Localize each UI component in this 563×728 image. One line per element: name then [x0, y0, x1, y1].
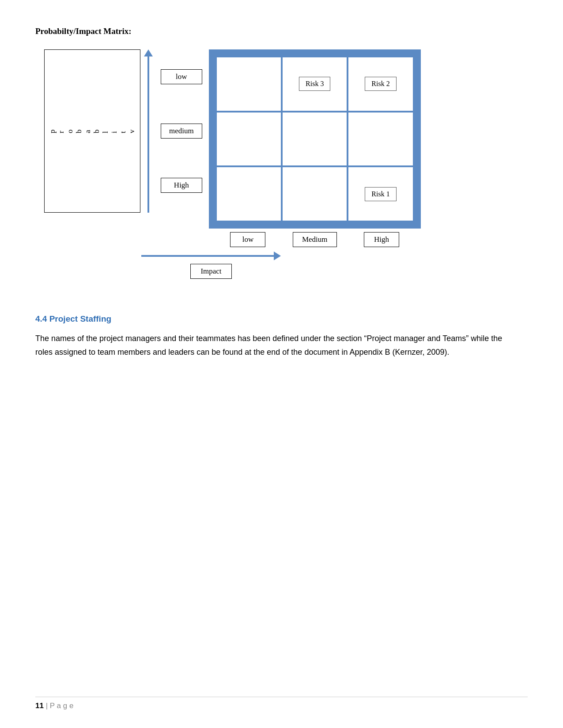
arrow-right-icon	[274, 251, 281, 260]
section-4-4-body: The names of the project managers and th…	[35, 332, 521, 359]
risk2-box: Risk 2	[365, 77, 396, 91]
probability-label: probablitv	[44, 49, 140, 213]
cell-r2c3	[348, 113, 412, 166]
cell-r1c1	[217, 57, 281, 111]
cell-r3c1	[217, 167, 281, 221]
cell-r3c2	[283, 167, 347, 221]
arrow-horizontal-line	[141, 255, 274, 257]
row-label-high: High	[161, 178, 202, 193]
impact-row: Impact	[141, 251, 281, 279]
risk3-box: Risk 3	[299, 77, 330, 91]
col-labels-row: low Medium High	[209, 232, 421, 247]
section-4-4-heading: 4.4 Project Staffing	[35, 314, 528, 324]
prob-axis: probablitv	[44, 49, 156, 213]
arrow-vertical-line	[147, 56, 149, 213]
impact-label: Impact	[190, 264, 231, 279]
matrix-container: probablitv low medium High Risk 3	[44, 49, 528, 279]
row-labels: low medium High	[161, 49, 202, 213]
impact-arrow-container	[141, 251, 281, 260]
matrix-grid-wrapper: Risk 3 Risk 2 Risk 1	[209, 49, 421, 247]
col-label-low: low	[230, 232, 265, 247]
risk1-box: Risk 1	[365, 187, 396, 201]
page-text: | P a g e	[46, 702, 74, 710]
cell-r1c3: Risk 2	[348, 57, 412, 111]
row-label-low: low	[161, 69, 202, 84]
matrix-main-row: probablitv low medium High Risk 3	[44, 49, 421, 247]
arrow-up-icon	[144, 49, 153, 56]
cell-r1c2: Risk 3	[283, 57, 347, 111]
prob-arrow	[144, 49, 153, 213]
cell-r2c2	[283, 113, 347, 166]
row-label-medium: medium	[161, 124, 202, 139]
blue-matrix: Risk 3 Risk 2 Risk 1	[209, 49, 421, 229]
col-label-medium: Medium	[293, 232, 337, 247]
page-footer: 11 | P a g e	[35, 697, 528, 710]
col-label-high: High	[364, 232, 399, 247]
page-number: 11	[35, 702, 44, 710]
cell-r2c1	[217, 113, 281, 166]
cell-r3c3: Risk 1	[348, 167, 412, 221]
matrix-section-title: Probabilty/Impact Matrix:	[35, 26, 528, 36]
grid-3x3: Risk 3 Risk 2 Risk 1	[217, 57, 413, 221]
